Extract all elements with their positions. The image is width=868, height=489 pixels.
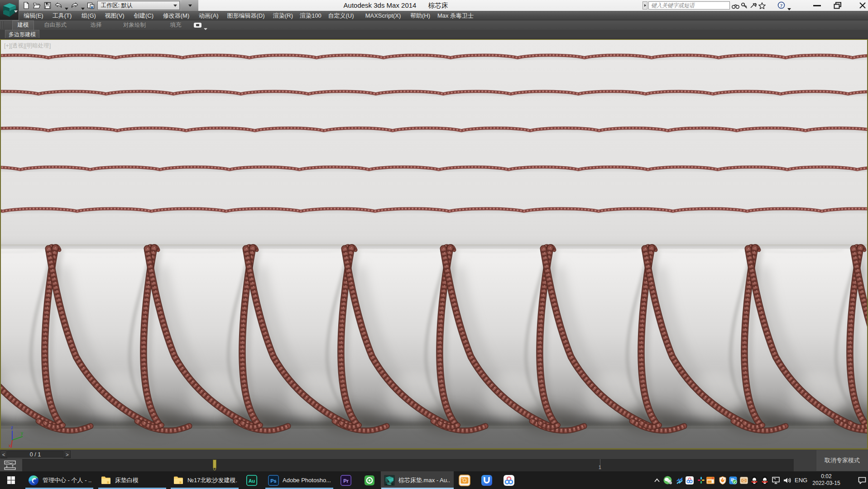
svg-text:Pr: Pr: [343, 478, 349, 483]
svg-text:[+][透视][明暗处理]: [+][透视][明暗处理]: [4, 43, 51, 49]
svg-text:Au: Au: [249, 478, 255, 483]
svg-text:z: z: [11, 425, 13, 430]
svg-text:y: y: [21, 431, 23, 436]
svg-text:max: max: [388, 483, 392, 485]
svg-text:?: ?: [780, 3, 783, 8]
svg-text:Ps: Ps: [270, 478, 276, 483]
svg-text:x: x: [9, 443, 11, 448]
